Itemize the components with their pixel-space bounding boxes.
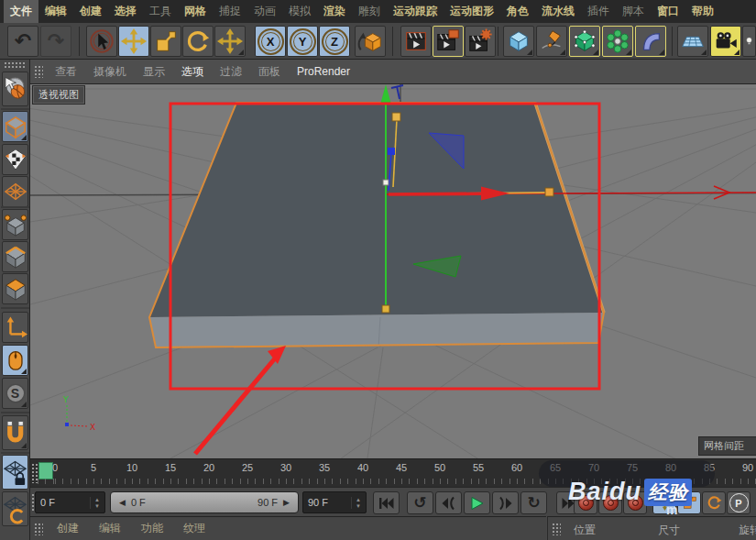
floor-object[interactable] bbox=[149, 103, 604, 347]
viewport-menu-display[interactable]: 显示 bbox=[135, 64, 173, 80]
enable-axis-button[interactable] bbox=[2, 312, 28, 343]
menu-edit[interactable]: 编辑 bbox=[38, 0, 73, 23]
viewport-menu-filter[interactable]: 过滤 bbox=[212, 64, 250, 80]
next-key-button[interactable]: ↻ bbox=[520, 491, 547, 514]
record-parameter-toggle[interactable]: P bbox=[727, 491, 751, 514]
menu-select[interactable]: 选择 bbox=[108, 0, 143, 23]
end-frame-field[interactable]: 90 F ▲ ▼ bbox=[302, 491, 367, 513]
menu-create[interactable]: 创建 bbox=[73, 0, 108, 23]
viewport-view-label[interactable]: 透视视图 bbox=[33, 86, 84, 104]
model-mode-button[interactable] bbox=[2, 111, 28, 142]
redo-button[interactable]: ↷ bbox=[40, 26, 71, 57]
menu-sculpt[interactable]: 雕刻 bbox=[352, 0, 387, 23]
current-frame-field[interactable]: 0 F ▲ ▼ bbox=[35, 491, 105, 513]
record-position-toggle[interactable] bbox=[652, 491, 676, 514]
y-scale-handle[interactable] bbox=[392, 113, 400, 121]
y-axis-lock-button[interactable]: Y bbox=[287, 26, 318, 57]
gizmo-origin[interactable] bbox=[383, 180, 389, 185]
enable-snap-button[interactable] bbox=[2, 415, 28, 450]
add-primitive-button[interactable] bbox=[503, 26, 534, 57]
menu-character[interactable]: 角色 bbox=[500, 0, 535, 23]
polygons-mode-button[interactable] bbox=[2, 273, 28, 304]
add-deformer-button[interactable] bbox=[635, 26, 666, 57]
add-light-button[interactable] bbox=[742, 26, 756, 57]
menu-plugins[interactable]: 插件 bbox=[581, 0, 616, 23]
menu-simulate[interactable]: 模拟 bbox=[282, 0, 317, 23]
scale-tool-button[interactable] bbox=[150, 26, 181, 57]
coordinates-rotation-label[interactable]: 旋转 bbox=[739, 523, 756, 538]
record-rotation-toggle[interactable] bbox=[702, 491, 726, 514]
viewport-menu-panel[interactable]: 面板 bbox=[250, 64, 289, 80]
z-handle[interactable] bbox=[388, 148, 395, 155]
render-settings-button[interactable] bbox=[465, 26, 496, 57]
coordinates-position-label[interactable]: 位置 bbox=[574, 523, 596, 538]
preview-range-slider[interactable]: ◀ 0 F 90 F ▶ bbox=[110, 491, 299, 513]
menu-animate[interactable]: 动画 bbox=[247, 0, 282, 23]
coordinate-system-button[interactable] bbox=[355, 26, 386, 57]
spinner-down-icon[interactable]: ▼ bbox=[356, 503, 361, 509]
range-right-arrow[interactable]: ▶ bbox=[283, 498, 290, 507]
menu-help[interactable]: 帮助 bbox=[685, 0, 720, 23]
add-camera-button[interactable] bbox=[710, 26, 741, 57]
viewport-menu-view[interactable]: 查看 bbox=[47, 64, 85, 80]
material-menu-texture[interactable]: 纹理 bbox=[173, 521, 215, 536]
prev-frame-button[interactable] bbox=[435, 491, 462, 514]
record-scale-toggle[interactable] bbox=[677, 491, 701, 514]
menu-mesh[interactable]: 网格 bbox=[178, 0, 213, 23]
palette-grip[interactable] bbox=[4, 61, 26, 70]
frame-spinner[interactable]: ▲ ▼ bbox=[90, 497, 100, 509]
points-mode-button[interactable] bbox=[2, 209, 28, 240]
spinner-up-icon[interactable]: ▲ bbox=[356, 497, 361, 502]
material-menu-create[interactable]: 创建 bbox=[47, 521, 89, 536]
menu-snap[interactable]: 捕捉 bbox=[213, 0, 247, 23]
current-frame-marker[interactable] bbox=[38, 462, 53, 479]
spinner-down-icon[interactable]: ▼ bbox=[94, 503, 100, 509]
menu-window[interactable]: 窗口 bbox=[651, 0, 685, 23]
y-minus-handle[interactable] bbox=[382, 305, 389, 313]
add-generator-button[interactable] bbox=[569, 26, 600, 57]
coordinates-size-label[interactable]: 尺寸 bbox=[658, 523, 680, 538]
menu-tools[interactable]: 工具 bbox=[143, 0, 178, 23]
render-view-button[interactable] bbox=[400, 26, 432, 57]
autokey-button[interactable] bbox=[598, 491, 622, 514]
edges-mode-button[interactable] bbox=[2, 241, 28, 272]
workplane-mode-button[interactable] bbox=[2, 176, 28, 207]
prev-key-button[interactable]: ↺ bbox=[407, 491, 433, 514]
texture-mode-button[interactable] bbox=[2, 144, 28, 175]
undo-button[interactable]: ↶ bbox=[7, 26, 38, 57]
lock-workplane-button[interactable] bbox=[2, 455, 28, 490]
snap-workplane-button[interactable] bbox=[2, 491, 28, 526]
viewport-solo-button[interactable]: S bbox=[2, 378, 28, 409]
viewport-menu-prorender[interactable]: ProRender bbox=[289, 65, 358, 78]
z-axis-lock-button[interactable]: Z bbox=[319, 26, 350, 57]
coordinates-grip[interactable] bbox=[552, 523, 561, 535]
render-picture-viewer-button[interactable] bbox=[433, 26, 464, 57]
end-frame-spinner[interactable]: ▲ ▼ bbox=[351, 497, 361, 509]
material-menu-edit[interactable]: 编辑 bbox=[89, 521, 131, 536]
next-frame-button[interactable] bbox=[492, 491, 519, 514]
menu-motion-tracker[interactable]: 运动跟踪 bbox=[387, 0, 444, 23]
perspective-viewport[interactable]: 透视视图 网格间距 bbox=[30, 84, 756, 458]
menu-pipeline[interactable]: 流水线 bbox=[535, 0, 581, 23]
add-array-button[interactable] bbox=[602, 26, 633, 57]
x-scale-handle[interactable] bbox=[545, 188, 553, 196]
move-tool-button[interactable] bbox=[118, 26, 149, 57]
play-button[interactable] bbox=[464, 491, 490, 514]
menu-render[interactable]: 渲染 bbox=[317, 0, 352, 23]
viewport-menu-options[interactable]: 选项 bbox=[173, 64, 212, 80]
menu-file[interactable]: 文件 bbox=[4, 0, 38, 23]
menu-script[interactable]: 脚本 bbox=[616, 0, 651, 23]
make-editable-button[interactable] bbox=[2, 72, 28, 106]
tweak-mode-button[interactable] bbox=[2, 345, 28, 376]
last-used-tool-button[interactable] bbox=[214, 26, 246, 57]
add-environment-button[interactable] bbox=[677, 26, 708, 57]
viewport-menu-grip[interactable] bbox=[34, 65, 43, 78]
viewport-menu-cameras[interactable]: 摄像机 bbox=[85, 64, 135, 80]
menu-mograph[interactable]: 运动图形 bbox=[444, 0, 500, 23]
rotate-tool-button[interactable] bbox=[182, 26, 214, 57]
live-selection-button[interactable] bbox=[86, 26, 117, 57]
record-keyframe-button[interactable] bbox=[574, 491, 597, 514]
material-manager-grip[interactable] bbox=[34, 523, 43, 535]
timeline-ruler[interactable]: 0 5 10 15 20 25 30 35 40 45 50 55 60 65 … bbox=[30, 458, 756, 487]
keyframe-selection-button[interactable] bbox=[623, 491, 647, 514]
